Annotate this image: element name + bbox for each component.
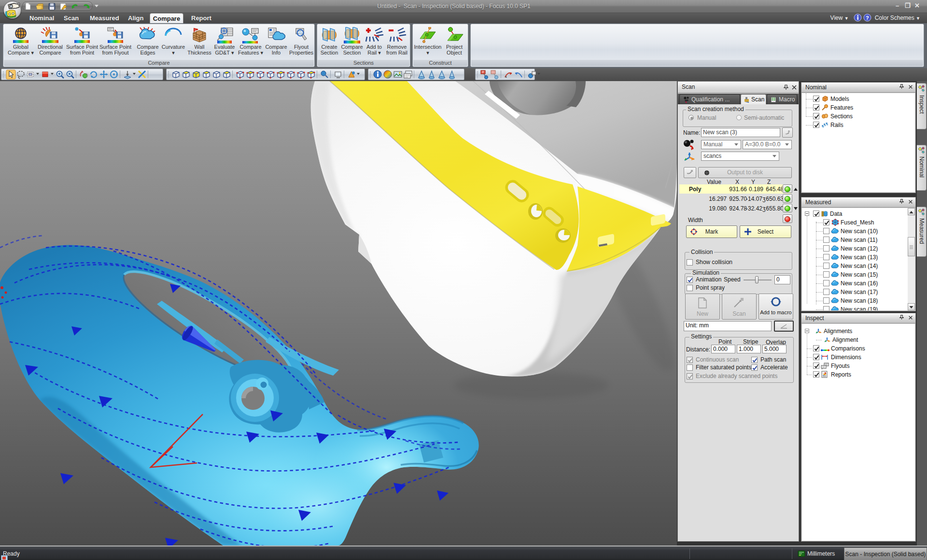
svg-text:?: ? [866, 15, 869, 21]
